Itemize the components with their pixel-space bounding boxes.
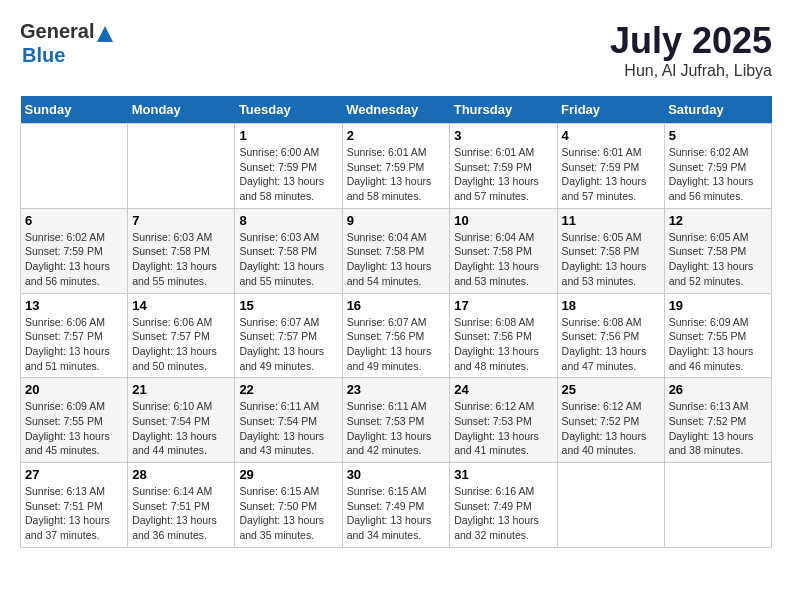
day-number: 3 xyxy=(454,128,552,143)
day-number: 10 xyxy=(454,213,552,228)
calendar-cell: 17Sunrise: 6:08 AMSunset: 7:56 PMDayligh… xyxy=(450,293,557,378)
day-detail: Sunrise: 6:00 AMSunset: 7:59 PMDaylight:… xyxy=(239,145,337,204)
calendar-cell: 21Sunrise: 6:10 AMSunset: 7:54 PMDayligh… xyxy=(128,378,235,463)
day-number: 5 xyxy=(669,128,767,143)
calendar-cell xyxy=(664,463,771,548)
calendar-cell: 15Sunrise: 6:07 AMSunset: 7:57 PMDayligh… xyxy=(235,293,342,378)
day-detail: Sunrise: 6:13 AMSunset: 7:51 PMDaylight:… xyxy=(25,484,123,543)
weekday-header: Tuesday xyxy=(235,96,342,124)
calendar-cell: 29Sunrise: 6:15 AMSunset: 7:50 PMDayligh… xyxy=(235,463,342,548)
day-detail: Sunrise: 6:01 AMSunset: 7:59 PMDaylight:… xyxy=(347,145,446,204)
day-number: 8 xyxy=(239,213,337,228)
calendar-row: 1Sunrise: 6:00 AMSunset: 7:59 PMDaylight… xyxy=(21,124,772,209)
calendar-row: 13Sunrise: 6:06 AMSunset: 7:57 PMDayligh… xyxy=(21,293,772,378)
day-number: 17 xyxy=(454,298,552,313)
weekday-header-row: SundayMondayTuesdayWednesdayThursdayFrid… xyxy=(21,96,772,124)
calendar-cell: 10Sunrise: 6:04 AMSunset: 7:58 PMDayligh… xyxy=(450,208,557,293)
calendar-cell: 18Sunrise: 6:08 AMSunset: 7:56 PMDayligh… xyxy=(557,293,664,378)
calendar-row: 6Sunrise: 6:02 AMSunset: 7:59 PMDaylight… xyxy=(21,208,772,293)
page-location: Hun, Al Jufrah, Libya xyxy=(610,62,772,80)
day-number: 25 xyxy=(562,382,660,397)
svg-marker-0 xyxy=(97,26,113,42)
day-detail: Sunrise: 6:12 AMSunset: 7:53 PMDaylight:… xyxy=(454,399,552,458)
calendar-cell: 13Sunrise: 6:06 AMSunset: 7:57 PMDayligh… xyxy=(21,293,128,378)
page-header: General Blue July 2025 Hun, Al Jufrah, L… xyxy=(20,20,772,80)
weekday-header: Saturday xyxy=(664,96,771,124)
day-detail: Sunrise: 6:12 AMSunset: 7:52 PMDaylight:… xyxy=(562,399,660,458)
weekday-header: Thursday xyxy=(450,96,557,124)
day-detail: Sunrise: 6:02 AMSunset: 7:59 PMDaylight:… xyxy=(669,145,767,204)
calendar-cell: 11Sunrise: 6:05 AMSunset: 7:58 PMDayligh… xyxy=(557,208,664,293)
day-detail: Sunrise: 6:08 AMSunset: 7:56 PMDaylight:… xyxy=(562,315,660,374)
day-number: 28 xyxy=(132,467,230,482)
calendar-cell: 3Sunrise: 6:01 AMSunset: 7:59 PMDaylight… xyxy=(450,124,557,209)
day-number: 6 xyxy=(25,213,123,228)
calendar-cell: 9Sunrise: 6:04 AMSunset: 7:58 PMDaylight… xyxy=(342,208,450,293)
weekday-header: Wednesday xyxy=(342,96,450,124)
calendar-cell: 14Sunrise: 6:06 AMSunset: 7:57 PMDayligh… xyxy=(128,293,235,378)
day-number: 27 xyxy=(25,467,123,482)
day-number: 16 xyxy=(347,298,446,313)
calendar-cell: 27Sunrise: 6:13 AMSunset: 7:51 PMDayligh… xyxy=(21,463,128,548)
day-detail: Sunrise: 6:13 AMSunset: 7:52 PMDaylight:… xyxy=(669,399,767,458)
calendar-cell: 22Sunrise: 6:11 AMSunset: 7:54 PMDayligh… xyxy=(235,378,342,463)
calendar-table: SundayMondayTuesdayWednesdayThursdayFrid… xyxy=(20,96,772,548)
day-detail: Sunrise: 6:11 AMSunset: 7:53 PMDaylight:… xyxy=(347,399,446,458)
calendar-cell: 31Sunrise: 6:16 AMSunset: 7:49 PMDayligh… xyxy=(450,463,557,548)
day-number: 19 xyxy=(669,298,767,313)
day-number: 4 xyxy=(562,128,660,143)
day-number: 15 xyxy=(239,298,337,313)
calendar-cell: 1Sunrise: 6:00 AMSunset: 7:59 PMDaylight… xyxy=(235,124,342,209)
day-number: 31 xyxy=(454,467,552,482)
day-detail: Sunrise: 6:09 AMSunset: 7:55 PMDaylight:… xyxy=(669,315,767,374)
day-detail: Sunrise: 6:15 AMSunset: 7:50 PMDaylight:… xyxy=(239,484,337,543)
day-detail: Sunrise: 6:06 AMSunset: 7:57 PMDaylight:… xyxy=(25,315,123,374)
day-detail: Sunrise: 6:09 AMSunset: 7:55 PMDaylight:… xyxy=(25,399,123,458)
calendar-cell: 26Sunrise: 6:13 AMSunset: 7:52 PMDayligh… xyxy=(664,378,771,463)
day-detail: Sunrise: 6:03 AMSunset: 7:58 PMDaylight:… xyxy=(132,230,230,289)
day-number: 14 xyxy=(132,298,230,313)
calendar-cell: 19Sunrise: 6:09 AMSunset: 7:55 PMDayligh… xyxy=(664,293,771,378)
day-number: 1 xyxy=(239,128,337,143)
calendar-cell: 6Sunrise: 6:02 AMSunset: 7:59 PMDaylight… xyxy=(21,208,128,293)
logo-icon xyxy=(95,24,115,44)
day-number: 12 xyxy=(669,213,767,228)
calendar-cell: 25Sunrise: 6:12 AMSunset: 7:52 PMDayligh… xyxy=(557,378,664,463)
logo-text: General Blue xyxy=(20,20,116,67)
day-detail: Sunrise: 6:15 AMSunset: 7:49 PMDaylight:… xyxy=(347,484,446,543)
day-number: 26 xyxy=(669,382,767,397)
day-number: 18 xyxy=(562,298,660,313)
calendar-cell: 23Sunrise: 6:11 AMSunset: 7:53 PMDayligh… xyxy=(342,378,450,463)
calendar-cell: 28Sunrise: 6:14 AMSunset: 7:51 PMDayligh… xyxy=(128,463,235,548)
day-detail: Sunrise: 6:07 AMSunset: 7:57 PMDaylight:… xyxy=(239,315,337,374)
day-detail: Sunrise: 6:11 AMSunset: 7:54 PMDaylight:… xyxy=(239,399,337,458)
calendar-cell: 2Sunrise: 6:01 AMSunset: 7:59 PMDaylight… xyxy=(342,124,450,209)
day-number: 30 xyxy=(347,467,446,482)
day-detail: Sunrise: 6:10 AMSunset: 7:54 PMDaylight:… xyxy=(132,399,230,458)
day-number: 9 xyxy=(347,213,446,228)
calendar-cell: 20Sunrise: 6:09 AMSunset: 7:55 PMDayligh… xyxy=(21,378,128,463)
calendar-cell: 12Sunrise: 6:05 AMSunset: 7:58 PMDayligh… xyxy=(664,208,771,293)
page-title: July 2025 xyxy=(610,20,772,62)
calendar-cell: 5Sunrise: 6:02 AMSunset: 7:59 PMDaylight… xyxy=(664,124,771,209)
day-detail: Sunrise: 6:01 AMSunset: 7:59 PMDaylight:… xyxy=(562,145,660,204)
logo-general: General xyxy=(20,20,94,42)
logo-blue: Blue xyxy=(22,44,65,66)
day-detail: Sunrise: 6:04 AMSunset: 7:58 PMDaylight:… xyxy=(454,230,552,289)
day-detail: Sunrise: 6:06 AMSunset: 7:57 PMDaylight:… xyxy=(132,315,230,374)
calendar-row: 27Sunrise: 6:13 AMSunset: 7:51 PMDayligh… xyxy=(21,463,772,548)
day-number: 7 xyxy=(132,213,230,228)
day-number: 23 xyxy=(347,382,446,397)
calendar-cell: 24Sunrise: 6:12 AMSunset: 7:53 PMDayligh… xyxy=(450,378,557,463)
calendar-cell: 16Sunrise: 6:07 AMSunset: 7:56 PMDayligh… xyxy=(342,293,450,378)
calendar-cell: 8Sunrise: 6:03 AMSunset: 7:58 PMDaylight… xyxy=(235,208,342,293)
logo: General Blue xyxy=(20,20,116,67)
day-detail: Sunrise: 6:05 AMSunset: 7:58 PMDaylight:… xyxy=(562,230,660,289)
day-number: 24 xyxy=(454,382,552,397)
day-detail: Sunrise: 6:05 AMSunset: 7:58 PMDaylight:… xyxy=(669,230,767,289)
day-detail: Sunrise: 6:07 AMSunset: 7:56 PMDaylight:… xyxy=(347,315,446,374)
calendar-cell xyxy=(557,463,664,548)
day-number: 22 xyxy=(239,382,337,397)
day-detail: Sunrise: 6:04 AMSunset: 7:58 PMDaylight:… xyxy=(347,230,446,289)
day-detail: Sunrise: 6:14 AMSunset: 7:51 PMDaylight:… xyxy=(132,484,230,543)
